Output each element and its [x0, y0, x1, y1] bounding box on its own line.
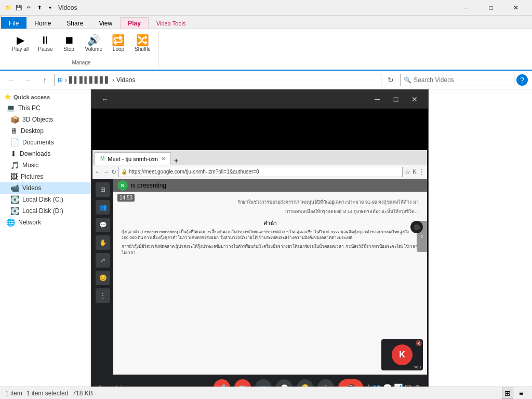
people-icon[interactable]: 👥 [372, 383, 381, 387]
browser-bookmark-btn[interactable]: ☆ [405, 168, 410, 176]
meet-favicon: M [100, 156, 104, 162]
new-tab-btn[interactable]: + [171, 156, 181, 165]
meet-tab-label: Meet - tju snmh-izm [108, 156, 158, 162]
sidebar-item-music[interactable]: 🎵 Music [0, 159, 90, 171]
sidebar-item-locald[interactable]: 💽 Local Disk (D:) [0, 205, 90, 217]
sidebar-item-videos[interactable]: 📹 Videos [0, 182, 90, 194]
browser-addr-bar: ← → ↻ 🔒 https://meet.google.com/tju-snmh… [92, 165, 427, 179]
video-close-btn[interactable]: ✕ [407, 94, 422, 105]
play-all-icon: ▶ [17, 35, 24, 45]
play-all-btn[interactable]: ▶ Play all [8, 33, 32, 54]
large-icons-view-btn[interactable]: ⊞ [502, 388, 513, 399]
activity-icon[interactable]: 📊 [394, 383, 403, 387]
sidebar-item-3dobjects[interactable]: 📦 3D Objects [0, 114, 90, 125]
localc-icon: 💽 [10, 195, 19, 204]
shuffle-label: Shuffle [135, 46, 151, 52]
meet-chat-icon[interactable]: 💬 [96, 218, 110, 232]
maximize-button[interactable]: □ [479, 0, 503, 16]
info-icon[interactable]: ℹ [367, 383, 370, 387]
browser-tab-meet[interactable]: M Meet - tju snmh-izm ✕ [95, 152, 171, 165]
music-label: Music [22, 162, 38, 169]
sidebar-item-desktop[interactable]: 🖥 Desktop [0, 125, 90, 137]
localc-label: Local Disk (C:) [22, 196, 63, 203]
quickaccess-icon: ⭐ [4, 94, 11, 100]
loop-label: Loop [113, 46, 124, 52]
presenter-text: is presenting [131, 182, 166, 189]
camera-btn[interactable]: 📷 [234, 379, 251, 387]
sidebar-item-localc[interactable]: 💽 Local Disk (C:) [0, 194, 90, 205]
video-minimize-btn[interactable]: ─ [370, 94, 384, 105]
tab-view[interactable]: View [91, 17, 120, 29]
back-button[interactable]: ← [4, 73, 19, 87]
browser-menu-btn[interactable]: ⋮ [419, 168, 425, 176]
tab-play[interactable]: Play [120, 17, 149, 29]
volume-icon: 🔊 [87, 35, 100, 45]
help-button[interactable]: ? [516, 74, 528, 86]
meet-grid-icon[interactable]: ⊞ [96, 182, 110, 197]
window-title: Videos [58, 4, 77, 11]
sidebar-item-pictures[interactable]: 🖼 Pictures [0, 171, 90, 182]
refresh-button[interactable]: ↻ [383, 73, 398, 87]
desktop-label: Desktop [21, 127, 44, 135]
browser-back-btn[interactable]: ← [95, 168, 101, 176]
sidebar-item-thispc[interactable]: 💻 This PC [0, 102, 90, 114]
ribbon-content: ▶ Play all ⏸ Pause ⏹ Stop 🔊 Volume 🔁 Loo… [0, 29, 532, 71]
sidebar-item-documents[interactable]: 📄 Documents [0, 137, 90, 148]
details-view-btn[interactable]: ≡ [515, 388, 527, 399]
pause-btn[interactable]: ⏸ Pause [34, 33, 56, 54]
video-maximize-btn[interactable]: □ [389, 94, 403, 105]
react-btn[interactable]: 😊 [297, 379, 313, 387]
loop-btn[interactable]: 🔁 Loop [108, 33, 129, 54]
documents-icon: 📄 [10, 138, 19, 147]
documents-label: Documents [22, 139, 54, 146]
sidebar-item-network[interactable]: 🌐 Network [0, 217, 90, 228]
more-btn[interactable]: ⋮ [317, 379, 334, 387]
tab-home[interactable]: Home [26, 17, 59, 29]
search-input[interactable] [414, 76, 511, 84]
meet-share-icon[interactable]: ↗ [96, 253, 110, 268]
music-icon: 🎵 [10, 161, 19, 169]
tab-close-btn[interactable]: ✕ [161, 156, 165, 162]
sidebar-quickaccess[interactable]: ⭐ Quick access [0, 91, 90, 102]
forward-button[interactable]: → [21, 73, 35, 87]
tab-videotools[interactable]: Video Tools [149, 17, 193, 29]
video-back-btn[interactable]: ← [98, 94, 112, 105]
host-icon[interactable]: 🛡 [405, 383, 412, 387]
settings-icon[interactable]: ⚙ [414, 383, 421, 387]
minimize-button[interactable]: ─ [454, 0, 478, 16]
captions-btn[interactable]: 💬 [276, 379, 292, 387]
meet-hand-icon[interactable]: ✋ [96, 235, 110, 250]
meet-people-icon[interactable]: 👥 [96, 200, 110, 215]
ribbon-tabs: File Home Share View Play Video Tools [0, 16, 532, 29]
close-button[interactable]: ✕ [504, 0, 528, 16]
network-label: Network [18, 219, 41, 226]
browser-reload-btn[interactable]: ↻ [111, 168, 116, 176]
tab-share[interactable]: Share [59, 17, 91, 29]
mic-btn[interactable]: 🎤 [214, 379, 230, 387]
tab-file[interactable]: File [1, 17, 26, 29]
loop-icon: 🔁 [112, 35, 125, 45]
tb-icon3: ⬆ [35, 4, 44, 12]
screenshare-btn[interactable]: 📺 [255, 379, 272, 387]
address-path[interactable]: ⊞ › ▋▌▋▌▋▋▋▋ › Videos [54, 74, 381, 86]
chat-icon[interactable]: 💬 [383, 383, 392, 387]
stop-btn[interactable]: ⏹ Stop [59, 33, 79, 54]
meet-room-name: tju-snmh-izm [99, 385, 209, 387]
meet-doc: รักษาในช่วงการขยายส่งตรรกภาพมนุษย์ปีที่ก… [113, 179, 427, 375]
doc-subheader: การลดพลเมืองให้กรุงสดยอย่าง 14 กุเกษตรสต… [122, 208, 419, 216]
meet-more-icon[interactable]: ⋮ [96, 288, 110, 303]
video-player: ← ─ □ ✕ M Meet - tju snmh-izm ✕ + [91, 89, 429, 387]
tb-dropdown[interactable]: ▾ [46, 4, 54, 12]
end-call-btn[interactable]: 📵 [338, 379, 363, 387]
browser-forward-btn[interactable]: → [103, 168, 109, 176]
meet-emoji-icon[interactable]: 😊 [96, 271, 110, 285]
up-button[interactable]: ↑ [37, 73, 52, 87]
url-bar[interactable]: 🔒 https://meet.google.com/tju-snmh-izm?p… [118, 167, 403, 177]
doc-paragraph: กุ้งกุลาดำ (Penaeus monodon) เป็นกุ้งที่… [122, 229, 419, 241]
file-size: 718 KB [72, 390, 92, 397]
sidebar-item-downloads[interactable]: ⬇ Downloads [0, 148, 90, 159]
shuffle-btn[interactable]: 🔀 Shuffle [131, 33, 154, 54]
ribbon-play-section: ▶ Play all ⏸ Pause ⏹ Stop 🔊 Volume 🔁 Loo… [4, 31, 159, 68]
volume-btn[interactable]: 🔊 Volume [82, 33, 106, 54]
browser-account-btn[interactable]: K [413, 168, 417, 176]
